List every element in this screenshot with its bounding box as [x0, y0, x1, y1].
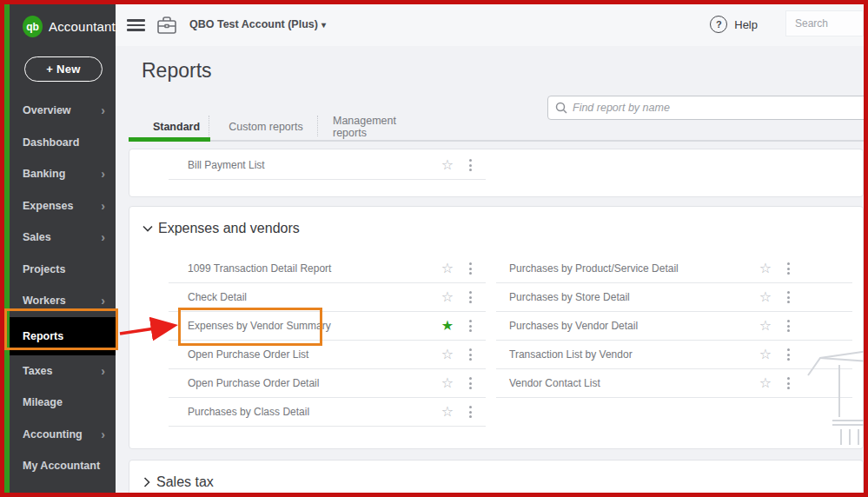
help-menu[interactable]: ? Help: [710, 16, 758, 33]
kebab-menu-icon[interactable]: [461, 320, 479, 332]
chevron-right-icon: ›: [101, 231, 105, 243]
chevron-right-icon: ›: [101, 365, 105, 377]
report-link[interactable]: Purchases by Class Detail: [188, 406, 434, 418]
favorite-star-icon[interactable]: ☆: [434, 405, 461, 419]
new-button[interactable]: + New: [24, 56, 103, 82]
favorite-star-icon[interactable]: ☆: [434, 348, 461, 361]
report-link[interactable]: Vendor Contact List: [509, 377, 752, 389]
briefcase-icon[interactable]: [156, 16, 177, 38]
report-row: Vendor Contact List ☆: [496, 369, 852, 398]
sidebar-item[interactable]: Banking ›: [10, 158, 116, 190]
building-illustration: [803, 339, 864, 455]
sidebar-item[interactable]: Accounting ›: [10, 419, 116, 451]
sidebar-item[interactable]: Workers ›: [10, 285, 116, 317]
tab-management-reports[interactable]: Management reports: [333, 117, 430, 136]
favorite-star-icon[interactable]: ☆: [752, 290, 779, 304]
report-row: Expenses by Vendor Summary ★: [169, 312, 486, 341]
kebab-menu-icon[interactable]: [779, 320, 797, 332]
tab-separator: [317, 116, 318, 136]
sidebar: qb Accountant + New Overview › Dashboard…: [10, 4, 116, 493]
report-link[interactable]: Open Purchase Order Detail: [188, 377, 434, 389]
kebab-menu-icon[interactable]: [461, 377, 479, 389]
report-row: Open Purchase Order Detail ☆: [169, 369, 486, 398]
sidebar-item-label: My Accountant: [23, 460, 100, 472]
favorite-star-icon[interactable]: ☆: [434, 262, 461, 275]
report-link[interactable]: 1099 Transaction Detail Report: [188, 262, 434, 275]
company-switcher[interactable]: QBO Test Account (Plus)▾: [189, 18, 326, 30]
chevron-right-icon: ›: [101, 295, 105, 307]
favorite-star-icon[interactable]: ★: [434, 319, 461, 333]
kebab-menu-icon[interactable]: [461, 159, 479, 171]
report-link[interactable]: Transaction List by Vendor: [509, 348, 752, 361]
help-label: Help: [734, 18, 758, 31]
tab-custom-reports[interactable]: Custom reports: [226, 117, 306, 136]
global-search-input[interactable]: [785, 10, 864, 36]
report-row: Check Detail ☆: [169, 283, 486, 312]
favorite-star-icon[interactable]: ☆: [752, 319, 779, 333]
sidebar-item[interactable]: Dashboard ›: [10, 127, 116, 159]
report-link[interactable]: Purchases by Store Detail: [509, 291, 752, 303]
report-list-left: 1099 Transaction Detail Report ☆ Check D…: [169, 255, 486, 427]
sidebar-item[interactable]: Reports ›: [10, 317, 116, 355]
sidebar-item-label: Accounting: [23, 428, 83, 441]
kebab-menu-icon[interactable]: [461, 262, 479, 275]
hamburger-menu-icon[interactable]: [127, 19, 145, 31]
sidebar-item[interactable]: Projects ›: [10, 254, 116, 286]
sidebar-item-label: Overview: [23, 104, 71, 116]
report-link[interactable]: Bill Payment List: [188, 159, 434, 171]
find-report-searchbox: [547, 96, 864, 120]
sidebar-item[interactable]: Overview ›: [10, 95, 116, 127]
company-name: QBO Test Account (Plus): [189, 18, 318, 30]
sidebar-item-label: Banking: [23, 168, 65, 180]
annotated-screenshot-frame: qb Accountant + New Overview › Dashboard…: [0, 0, 868, 497]
report-link[interactable]: Purchases by Vendor Detail: [509, 320, 752, 332]
section-header-expenses-vendors[interactable]: Expenses and vendors: [142, 221, 300, 236]
report-card-expenses-vendors: Expenses and vendors 1099 Transaction De…: [129, 206, 864, 449]
search-icon: [555, 102, 567, 114]
favorite-star-icon[interactable]: ☆: [752, 262, 779, 275]
sidebar-item[interactable]: Taxes ›: [10, 355, 116, 388]
report-row: 1099 Transaction Detail Report ☆: [169, 255, 486, 283]
sidebar-item[interactable]: Mileage ›: [10, 387, 116, 419]
favorite-star-icon[interactable]: ☆: [752, 348, 779, 361]
section-header-sales-tax[interactable]: Sales tax: [142, 474, 214, 490]
tab-separator: [209, 116, 209, 136]
report-link[interactable]: Expenses by Vendor Summary: [188, 320, 434, 332]
favorite-star-icon[interactable]: ☆: [434, 376, 461, 390]
tabbar-divider: [129, 140, 864, 142]
report-row: Transaction List by Vendor ☆: [496, 341, 852, 369]
kebab-menu-icon[interactable]: [779, 291, 797, 303]
find-report-input[interactable]: [573, 102, 864, 114]
report-link[interactable]: Open Purchase Order List: [188, 348, 434, 361]
sidebar-item[interactable]: Expenses ›: [10, 190, 116, 222]
report-row: Bill Payment List ☆: [169, 151, 486, 180]
kebab-menu-icon[interactable]: [779, 348, 797, 361]
report-row: Open Purchase Order List ☆: [169, 341, 486, 369]
sidebar-item[interactable]: Sales ›: [10, 222, 116, 254]
kebab-menu-icon[interactable]: [461, 348, 479, 361]
sidebar-item-label: Mileage: [23, 396, 63, 408]
report-list-right: Purchases by Product/Service Detail ☆ Pu…: [496, 255, 852, 398]
sidebar-item-label: Reports: [23, 330, 63, 342]
kebab-menu-icon[interactable]: [461, 291, 479, 303]
report-link[interactable]: Check Detail: [188, 291, 434, 303]
section-title: Sales tax: [156, 474, 214, 490]
favorite-star-icon[interactable]: ☆: [434, 158, 461, 172]
active-tab-underline: [129, 137, 210, 142]
tab-standard[interactable]: Standard: [143, 117, 209, 136]
chevron-right-icon: ›: [101, 200, 105, 212]
report-card-previous-section: Bill Payment List ☆: [129, 149, 864, 197]
report-row: Purchases by Product/Service Detail ☆: [496, 255, 852, 283]
sidebar-item[interactable]: My Accountant ›: [10, 450, 116, 482]
sidebar-item-label: Workers: [23, 295, 66, 307]
kebab-menu-icon[interactable]: [461, 406, 479, 418]
kebab-menu-icon[interactable]: [779, 262, 797, 275]
kebab-menu-icon[interactable]: [779, 377, 797, 389]
chevron-right-icon: ›: [101, 428, 105, 441]
favorite-star-icon[interactable]: ☆: [752, 376, 779, 390]
favorite-star-icon[interactable]: ☆: [434, 290, 461, 304]
report-link[interactable]: Purchases by Product/Service Detail: [509, 262, 752, 275]
chevron-right-icon: [142, 477, 151, 487]
sidebar-item-label: Expenses: [23, 200, 73, 212]
dropdown-caret-icon: ▾: [321, 20, 326, 30]
